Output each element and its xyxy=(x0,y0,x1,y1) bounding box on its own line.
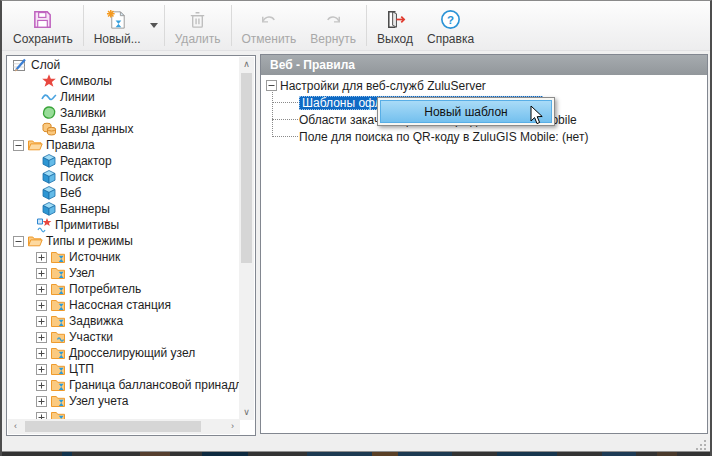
new-button[interactable]: Новый... xyxy=(87,1,148,50)
toolbar-button-label: Справка xyxy=(427,32,474,46)
layers-tree-panel: СлойСимволыЛинииЗаливкиБазы данныхПравил… xyxy=(6,55,256,436)
db-icon xyxy=(41,121,57,137)
toolbar-separator xyxy=(231,5,232,46)
expander-icon[interactable] xyxy=(36,364,47,375)
hscroll-thumb[interactable] xyxy=(25,421,201,432)
tree-item[interactable]: Поиск xyxy=(8,169,240,185)
status-bar xyxy=(2,437,710,451)
toolbar-separator xyxy=(366,5,367,46)
tree-item[interactable]: Базы данных xyxy=(8,121,240,137)
tree-connector xyxy=(272,136,298,137)
vertical-scrollbar[interactable]: ∧ ∨ xyxy=(239,57,254,420)
toolbar-button-label: Выход xyxy=(377,32,413,46)
mouse-cursor xyxy=(530,105,544,129)
new-icon xyxy=(106,6,129,32)
tree-item-label: Поле для поиска по QR-коду в ZuluGIS Mob… xyxy=(299,130,588,144)
tree-item[interactable]: Правила xyxy=(8,137,240,153)
toolbar-button-label: Новый... xyxy=(94,32,141,46)
exit-button[interactable]: Выход xyxy=(370,1,420,50)
scroll-down-icon[interactable]: ∨ xyxy=(239,405,254,420)
tree-item[interactable]: Символы xyxy=(8,73,240,89)
tree-item-label: Потребитель xyxy=(69,282,141,296)
tree-connector xyxy=(272,102,298,103)
tree-item[interactable]: ЦТП xyxy=(8,361,240,377)
save-icon xyxy=(31,6,54,32)
expander-icon[interactable] xyxy=(13,236,24,247)
tree-item[interactable]: Участки xyxy=(8,329,240,345)
folder-hg-icon xyxy=(50,313,66,329)
redo-button: Вернуть xyxy=(303,1,363,50)
tree-item[interactable]: Типы и режимы xyxy=(8,233,240,249)
tree-item-label: Правила xyxy=(46,138,95,152)
tree-item[interactable]: Узел учета xyxy=(8,393,240,409)
toolbar-button-label: Сохранить xyxy=(13,32,73,46)
tree-item[interactable]: Граница баллансовой принадлеж xyxy=(8,377,240,393)
tree-item-label: Дросселирующий узел xyxy=(69,346,195,360)
tree-item-label: Базы данных xyxy=(60,122,133,136)
scroll-up-icon[interactable]: ∧ xyxy=(239,57,254,72)
tree-item[interactable]: Заливки xyxy=(8,105,240,121)
tree-item-label: ЦТП xyxy=(69,362,94,376)
expander-icon[interactable] xyxy=(36,396,47,407)
tree-item[interactable]: Примитивы xyxy=(8,217,240,233)
folder-hg-icon xyxy=(50,281,66,297)
tree-item[interactable]: Линии xyxy=(8,89,240,105)
tree-item[interactable]: Насосная станция xyxy=(8,297,240,313)
toolbar-separator xyxy=(164,5,165,46)
tree-item[interactable]: Слой xyxy=(8,57,240,73)
tree-item[interactable]: Узел xyxy=(8,265,240,281)
expander-icon[interactable] xyxy=(36,380,47,391)
folder-hg-icon xyxy=(50,377,66,393)
horizontal-scrollbar[interactable]: ‹ › xyxy=(8,419,240,434)
toolbar-separator xyxy=(83,5,84,46)
folder-hg-icon xyxy=(50,345,66,361)
folder-icon xyxy=(27,233,43,249)
tree-item-label: Типы и режимы xyxy=(46,234,133,248)
scroll-right-icon[interactable]: › xyxy=(225,419,240,434)
star-icon xyxy=(41,73,57,89)
expander-icon[interactable] xyxy=(36,348,47,359)
tree-item[interactable]: Настройки для веб-служб ZuluServer xyxy=(266,77,486,94)
tree-item[interactable]: Баннеры xyxy=(8,201,240,217)
help-button[interactable]: ?Справка xyxy=(420,1,481,50)
expander-icon[interactable] xyxy=(36,300,47,311)
tree-item-label: Настройки для веб-служб ZuluServer xyxy=(280,79,486,93)
expander-icon[interactable] xyxy=(36,252,47,263)
cube-icon xyxy=(41,201,57,217)
tree-item[interactable]: Потребитель xyxy=(8,281,240,297)
vscroll-thumb[interactable] xyxy=(241,73,252,263)
tree-item-label: Символы xyxy=(60,74,112,88)
expander-icon[interactable] xyxy=(36,268,47,279)
prim-icon xyxy=(36,217,52,233)
expander-icon[interactable] xyxy=(13,140,24,151)
svg-text:?: ? xyxy=(447,13,454,25)
tree-item[interactable]: Источник xyxy=(8,249,240,265)
trash-icon xyxy=(186,6,209,32)
folder-hg-icon xyxy=(50,361,66,377)
scroll-left-icon[interactable]: ‹ xyxy=(8,419,23,434)
delete-button: Удалить xyxy=(168,1,228,50)
tree-item[interactable]: Задвижка xyxy=(8,313,240,329)
context-menu: Новый шаблон xyxy=(377,97,555,126)
fill-icon xyxy=(41,105,57,121)
expander-icon[interactable] xyxy=(36,284,47,295)
left-tree: СлойСимволыЛинииЗаливкиБазы данныхПравил… xyxy=(8,57,240,420)
folder-hg-icon xyxy=(50,297,66,313)
layer-icon xyxy=(12,57,28,73)
tree-item[interactable]: Дросселирующий узел xyxy=(8,345,240,361)
undo-icon xyxy=(257,6,280,32)
expander-icon[interactable] xyxy=(266,80,277,91)
menu-item-label: Новый шаблон xyxy=(424,105,507,119)
tree-item[interactable]: Редактор xyxy=(8,153,240,169)
resize-grip[interactable] xyxy=(696,440,706,450)
expander-icon[interactable] xyxy=(36,332,47,343)
tree-item[interactable]: Веб xyxy=(8,185,240,201)
exit-icon xyxy=(384,6,407,32)
tree-item[interactable]: Поле для поиска по QR-коду в ZuluGIS Mob… xyxy=(299,128,588,145)
expander-icon[interactable] xyxy=(36,316,47,327)
cube-icon xyxy=(41,185,57,201)
save-button[interactable]: Сохранить xyxy=(6,1,80,50)
menu-item-new-template[interactable]: Новый шаблон xyxy=(380,100,552,123)
tree-item-label: Насосная станция xyxy=(69,298,171,312)
new-dropdown-arrow[interactable] xyxy=(148,1,161,50)
